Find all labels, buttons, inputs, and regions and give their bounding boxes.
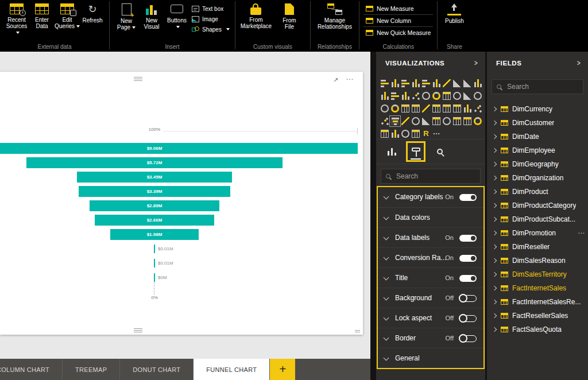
page-tab-donut-chart[interactable]: DONUT CHART: [120, 359, 194, 380]
field-table-dimproductsubcategory[interactable]: DimProductSubcat...: [487, 212, 588, 226]
field-table-dimgeography[interactable]: DimGeography: [487, 157, 588, 171]
recent-sources-button[interactable]: Recent Sources: [4, 1, 29, 36]
scorecard-icon[interactable]: [474, 117, 482, 125]
key-influencers-icon[interactable]: [381, 117, 389, 125]
multi-row-card-icon[interactable]: [412, 104, 420, 113]
format-option-background[interactable]: Background Off: [378, 288, 483, 308]
clustered-bar-chart-icon[interactable]: [401, 79, 409, 87]
funnel-bar[interactable]: $5.72M: [26, 157, 283, 168]
publish-button[interactable]: Publish: [442, 1, 467, 24]
waterfall-chart-icon[interactable]: [401, 92, 409, 100]
image-button[interactable]: Image: [192, 14, 230, 24]
from-marketplace-button[interactable]: From Marketplace: [239, 1, 273, 30]
field-table-dimsalesterritory[interactable]: DimSalesTerritory: [487, 267, 588, 281]
funnel-bar[interactable]: $0.01M: [154, 245, 155, 253]
field-table-dimcustomer[interactable]: DimCustomer: [487, 116, 588, 130]
card-icon[interactable]: [401, 104, 409, 113]
category-labels-toggle[interactable]: [459, 194, 477, 201]
enter-data-button[interactable]: Enter Data: [29, 1, 55, 36]
format-option-title[interactable]: Title On: [378, 267, 483, 288]
new-page-tab-button[interactable]: +: [270, 359, 295, 380]
map-icon[interactable]: [453, 92, 461, 100]
funnel-bar[interactable]: $3.45M: [77, 172, 232, 183]
filled-map-icon[interactable]: [463, 92, 471, 100]
conversion-rate-toggle[interactable]: [459, 255, 477, 262]
field-table-dimemployee[interactable]: DimEmployee: [487, 144, 588, 157]
from-file-button[interactable]: From File: [273, 1, 306, 30]
analytics-pane-tab[interactable]: [430, 141, 450, 162]
field-table-dimorganization[interactable]: DimOrganization: [487, 171, 588, 185]
format-option-general[interactable]: General: [378, 348, 483, 368]
new-measure-button[interactable]: New Measure: [363, 3, 434, 15]
manage-relationships-button[interactable]: Manage Relationships: [315, 1, 355, 30]
lock-aspect-toggle[interactable]: [459, 315, 477, 322]
100-stacked-bar-chart-icon[interactable]: [422, 79, 430, 87]
matrix-icon[interactable]: [453, 104, 461, 113]
report-page[interactable]: 100% $9.06M$5.72M$3.45M$3.39M$2.89M$2.66…: [0, 72, 363, 335]
treemap-icon[interactable]: [443, 92, 451, 100]
r-powered-visual-icon[interactable]: R: [422, 130, 430, 138]
arcgis-map-icon[interactable]: [443, 117, 451, 125]
shapes-button[interactable]: Shapes: [192, 24, 230, 34]
funnel-bar[interactable]: $2.89M: [90, 200, 219, 211]
format-option-data-labels[interactable]: Data labels On: [378, 227, 483, 247]
new-quick-measure-button[interactable]: New Quick Measure: [363, 27, 434, 38]
background-toggle[interactable]: [459, 295, 477, 302]
format-option-lock-aspect[interactable]: Lock aspect Off: [378, 308, 483, 328]
slicer-icon[interactable]: [432, 104, 440, 113]
funnel-bar[interactable]: $1.98M: [110, 229, 199, 240]
format-search[interactable]: [381, 169, 481, 184]
focus-mode-icon[interactable]: ↗: [333, 76, 338, 84]
format-pane-tab[interactable]: [406, 141, 425, 162]
donut-chart-icon[interactable]: [432, 92, 440, 100]
field-table-factinternetsalesreason[interactable]: FactInternetSalesRe...: [487, 295, 588, 309]
page-tab-treemap[interactable]: TREEMAP: [63, 359, 120, 380]
ribbon-chart-icon[interactable]: [391, 92, 399, 100]
stacked-column-chart-icon[interactable]: [391, 79, 399, 87]
r-script-visual-icon[interactable]: [463, 104, 471, 113]
format-option-border[interactable]: Border Off: [378, 328, 483, 348]
fields-pane-tab[interactable]: [382, 141, 401, 162]
field-table-factinternetsales[interactable]: FactInternetSales: [487, 281, 588, 295]
funnel-chart-icon[interactable]: [391, 117, 399, 125]
fields-search[interactable]: [492, 79, 583, 94]
edit-queries-button[interactable]: Edit Queries: [55, 1, 80, 36]
new-visual-button[interactable]: New Visual: [139, 1, 164, 34]
fields-search-input[interactable]: [506, 82, 578, 91]
field-table-dimsalesreason[interactable]: DimSalesReason: [487, 254, 588, 267]
report-canvas[interactable]: 100% $9.06M$5.72M$3.45M$3.39M$2.89M$2.66…: [0, 52, 370, 359]
python-visual-icon[interactable]: [474, 104, 482, 113]
azure-map-icon[interactable]: [381, 104, 389, 113]
line-and-stacked-column-chart-icon[interactable]: [474, 79, 482, 87]
clustered-column-chart-icon[interactable]: [412, 79, 420, 87]
visual-more-options-icon[interactable]: …: [346, 72, 354, 82]
buttons-button[interactable]: Buttons: [164, 1, 189, 34]
field-table-dimproductcategory[interactable]: DimProductCategory: [487, 199, 588, 212]
visual-resize-handle-corner[interactable]: [355, 330, 360, 333]
field-table-dimdate[interactable]: DimDate: [487, 130, 588, 144]
funnel-bar[interactable]: $2.66M: [95, 215, 214, 226]
data-labels-toggle[interactable]: [459, 235, 477, 242]
format-option-category-labels[interactable]: Category labels On: [378, 187, 483, 207]
title-toggle[interactable]: [459, 275, 477, 282]
scatter-chart-icon[interactable]: [412, 92, 420, 100]
line-chart-icon[interactable]: [443, 79, 451, 87]
power-automate-icon[interactable]: [463, 117, 471, 125]
area-chart-icon[interactable]: [453, 79, 461, 87]
funnel-bar[interactable]: $9.06M: [0, 143, 358, 154]
field-table-factresellersales[interactable]: FactResellerSales: [487, 309, 588, 323]
stacked-bar-chart-icon[interactable]: [381, 79, 389, 87]
funnel-bar[interactable]: $3.39M: [79, 186, 231, 197]
gauge-icon[interactable]: [391, 104, 399, 113]
paginated-report-icon[interactable]: [432, 117, 440, 125]
visual-resize-handle-top[interactable]: [134, 77, 142, 81]
field-table-dimpromotion[interactable]: DimPromotion⋯: [487, 226, 588, 240]
smart-narrative-icon[interactable]: [422, 117, 430, 125]
custom-visual-3-icon[interactable]: [401, 130, 409, 138]
refresh-button[interactable]: ↻ Refresh: [80, 1, 105, 36]
line-and-clustered-column-chart-icon[interactable]: [381, 92, 389, 100]
field-table-dimproduct[interactable]: DimProduct: [487, 185, 588, 199]
qa-visual-icon[interactable]: [412, 117, 420, 125]
funnel-bar[interactable]: $0.01M: [154, 259, 155, 267]
new-page-button[interactable]: New Page: [114, 1, 139, 34]
